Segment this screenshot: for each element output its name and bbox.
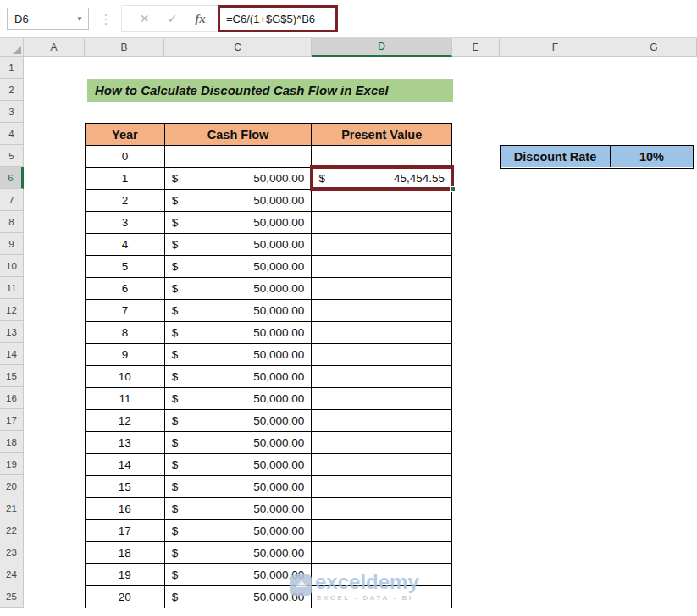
row-header-9[interactable]: 9: [0, 233, 24, 255]
row-header-5[interactable]: 5: [0, 145, 24, 167]
present-value-cell[interactable]: [312, 344, 452, 366]
year-cell[interactable]: 9: [86, 344, 165, 366]
cash-flow-cell[interactable]: $50,000.00: [165, 190, 313, 212]
row-header-1[interactable]: 1: [0, 57, 24, 79]
year-cell[interactable]: 13: [86, 432, 165, 454]
row-header-22[interactable]: 22: [0, 519, 24, 541]
table-header-present-value[interactable]: Present Value: [312, 124, 452, 146]
present-value-cell[interactable]: [312, 454, 452, 476]
year-cell[interactable]: 2: [86, 190, 165, 212]
present-value-cell[interactable]: [312, 542, 452, 564]
row-header-16[interactable]: 16: [0, 387, 24, 409]
present-value-cell[interactable]: [312, 388, 452, 410]
cash-flow-cell[interactable]: $50,000.00: [165, 234, 313, 256]
year-cell[interactable]: 0: [86, 146, 165, 168]
name-box[interactable]: D6 ▼: [7, 8, 89, 30]
present-value-cell[interactable]: $45,454.55: [312, 168, 452, 190]
column-header-G[interactable]: G: [611, 38, 697, 57]
row-header-13[interactable]: 13: [0, 321, 24, 343]
cash-flow-cell[interactable]: $50,000.00: [165, 498, 313, 520]
row-header-10[interactable]: 10: [0, 255, 24, 277]
present-value-cell[interactable]: [312, 322, 452, 344]
cash-flow-cell[interactable]: $50,000.00: [165, 278, 313, 300]
year-cell[interactable]: 19: [86, 564, 165, 586]
cash-flow-cell[interactable]: $50,000.00: [165, 366, 313, 388]
present-value-cell[interactable]: [312, 432, 452, 454]
column-header-E[interactable]: E: [452, 38, 500, 57]
discount-rate-label-cell[interactable]: Discount Rate: [501, 146, 611, 167]
year-cell[interactable]: 20: [86, 586, 165, 608]
year-cell[interactable]: 11: [86, 388, 165, 410]
name-box-dropdown-icon[interactable]: ▼: [76, 15, 83, 23]
year-cell[interactable]: 10: [86, 366, 165, 388]
present-value-cell[interactable]: [312, 520, 452, 542]
cash-flow-cell[interactable]: $50,000.00: [165, 586, 313, 608]
row-header-19[interactable]: 19: [0, 453, 24, 475]
cash-flow-cell[interactable]: $50,000.00: [165, 542, 313, 564]
present-value-cell[interactable]: [312, 146, 452, 168]
column-header-A[interactable]: A: [24, 38, 85, 57]
cash-flow-cell[interactable]: $50,000.00: [165, 300, 313, 322]
present-value-cell[interactable]: [312, 498, 452, 520]
cash-flow-cell[interactable]: $50,000.00: [165, 344, 313, 366]
present-value-cell[interactable]: [312, 586, 452, 608]
row-header-14[interactable]: 14: [0, 343, 24, 365]
row-header-25[interactable]: 25: [0, 585, 24, 608]
row-header-3[interactable]: 3: [0, 101, 24, 123]
year-cell[interactable]: 15: [86, 476, 165, 498]
present-value-cell[interactable]: [312, 212, 452, 234]
insert-function-icon[interactable]: fx: [186, 12, 214, 26]
year-cell[interactable]: 17: [86, 520, 165, 542]
year-cell[interactable]: 4: [86, 234, 165, 256]
sheet-title-cell[interactable]: How to Calculate Discounted Cash Flow in…: [87, 79, 453, 102]
row-header-20[interactable]: 20: [0, 475, 24, 497]
present-value-cell[interactable]: [312, 410, 452, 432]
cash-flow-cell[interactable]: $50,000.00: [165, 410, 313, 432]
row-header-2[interactable]: 2: [0, 79, 24, 101]
year-cell[interactable]: 1: [86, 168, 165, 190]
enter-icon[interactable]: ✓: [158, 12, 186, 25]
formula-input[interactable]: =C6/(1+$G$5)^B6: [218, 5, 338, 32]
present-value-cell[interactable]: [312, 300, 452, 322]
row-header-12[interactable]: 12: [0, 299, 24, 321]
column-header-D[interactable]: D: [312, 38, 452, 57]
row-header-7[interactable]: 7: [0, 189, 24, 211]
cash-flow-cell[interactable]: $50,000.00: [165, 454, 313, 476]
row-header-6[interactable]: 6: [0, 167, 24, 189]
year-cell[interactable]: 3: [86, 212, 165, 234]
cash-flow-cell[interactable]: $50,000.00: [165, 168, 313, 190]
cash-flow-cell[interactable]: $50,000.00: [165, 388, 313, 410]
year-cell[interactable]: 6: [86, 278, 165, 300]
row-header-17[interactable]: 17: [0, 409, 24, 431]
table-header-cash-flow[interactable]: Cash Flow: [165, 124, 313, 146]
column-header-C[interactable]: C: [164, 38, 312, 57]
row-header-21[interactable]: 21: [0, 497, 24, 519]
row-header-18[interactable]: 18: [0, 431, 24, 453]
year-cell[interactable]: 14: [86, 454, 165, 476]
year-cell[interactable]: 7: [86, 300, 165, 322]
cancel-icon[interactable]: ✕: [130, 12, 158, 25]
cash-flow-cell[interactable]: $50,000.00: [165, 476, 313, 498]
row-header-24[interactable]: 24: [0, 563, 24, 585]
year-cell[interactable]: 18: [86, 542, 165, 564]
cash-flow-cell[interactable]: $50,000.00: [165, 256, 313, 278]
select-all-corner[interactable]: [0, 38, 24, 57]
present-value-cell[interactable]: [312, 564, 452, 586]
row-header-15[interactable]: 15: [0, 365, 24, 387]
cash-flow-cell[interactable]: $50,000.00: [165, 564, 313, 586]
row-header-11[interactable]: 11: [0, 277, 24, 299]
discount-rate-value-cell[interactable]: 10%: [611, 146, 693, 167]
row-header-23[interactable]: 23: [0, 541, 24, 563]
year-cell[interactable]: 8: [86, 322, 165, 344]
year-cell[interactable]: 16: [86, 498, 165, 520]
cash-flow-cell[interactable]: $50,000.00: [165, 520, 313, 542]
column-header-F[interactable]: F: [500, 38, 611, 57]
cash-flow-cell[interactable]: $50,000.00: [165, 432, 313, 454]
cash-flow-cell[interactable]: $50,000.00: [165, 212, 313, 234]
year-cell[interactable]: 5: [86, 256, 165, 278]
present-value-cell[interactable]: [312, 278, 452, 300]
cash-flow-cell[interactable]: $50,000.00: [165, 322, 313, 344]
present-value-cell[interactable]: [312, 366, 452, 388]
present-value-cell[interactable]: [312, 234, 452, 256]
column-header-B[interactable]: B: [85, 38, 164, 57]
